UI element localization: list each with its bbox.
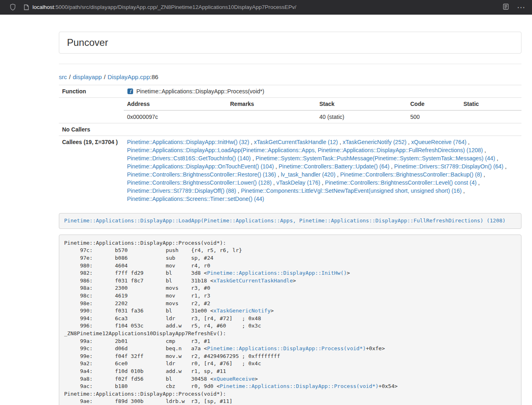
symbol-info-table: Function f Pinetime::Applications::Displ… [59,85,521,205]
callee-link[interactable]: xQueueReceive (764) [411,139,466,145]
callee-link[interactable]: Pinetime::Applications::DisplayApp::Load… [127,147,483,153]
asm-symbol-link[interactable]: Pinetime::Applications::DisplayApp::Proc… [220,383,379,389]
callee-separator: , [495,155,498,162]
callee-separator: , [407,139,411,145]
stats-code: 500 [407,110,460,123]
stats-header-address: Address [124,98,227,110]
callee-link[interactable]: Pinetime::Drivers::St7789::DisplayOn() (… [394,163,503,170]
callee-link[interactable]: Pinetime::Controllers::BrightnessControl… [325,179,476,186]
callee-separator: , [236,187,241,194]
breadcrumb-link-file[interactable]: DisplayApp.cpp [108,73,150,80]
callee-link[interactable]: Pinetime::Components::LittleVgl::SetNewT… [241,187,462,194]
asm-symbol-link[interactable]: xTaskGetCurrentTaskHandle [213,278,293,284]
stats-header-row: Address Remarks Stack Code Static [124,98,521,110]
stats-table: Address Remarks Stack Code Static 0x0000… [124,98,521,123]
callee-link[interactable]: Pinetime::Drivers::St7789::DisplayOff() … [127,187,236,194]
tracking-protection-shield-icon[interactable] [10,4,16,11]
callee-separator: , [476,179,480,186]
callee-link[interactable]: xTaskGenericNotify (252) [342,139,406,145]
stats-address: 0x0000097c [124,110,227,123]
callee-link[interactable]: Pinetime::Applications::DisplayApp::OnTo… [127,163,274,170]
function-name: Pinetime::Applications::DisplayApp::Proc… [136,87,264,95]
callee-link[interactable]: Pinetime::Controllers::BrightnessControl… [340,171,482,178]
url-path: :5000/path/src/displayapp/DisplayApp.cpp… [54,4,296,10]
breadcrumb-link-src[interactable]: src [59,73,67,80]
callee-link[interactable]: Pinetime::Drivers::Cst816S::GetTouchInfo… [127,155,251,162]
stats-remarks [227,110,316,123]
function-row-label: Function [59,85,124,98]
callee-separator: , [338,139,343,145]
callee-separator: , [462,187,465,194]
stats-static [460,110,521,123]
page-container: Puncover src/displayapp/DisplayApp.cpp:8… [59,32,521,405]
callee-separator: , [466,139,470,145]
disassembly-code: Pinetime::Applications::DisplayApp::Proc… [64,240,398,405]
asm-symbol-link[interactable]: xTaskGenericNotify [213,308,271,314]
callees-row-label: Callees (19, Σ=3704 ) [59,136,124,205]
callee-separator: , [336,171,340,178]
asm-symbol-link[interactable]: Pinetime::Applications::DisplayApp::Proc… [207,345,366,351]
callee-separator: , [274,163,279,170]
stats-header-remarks: Remarks [227,98,316,110]
table-row-stats: Address Remarks Stack Code Static 0x0000… [59,98,521,123]
stats-header-static: Static [460,98,521,110]
callee-separator: , [320,179,325,186]
browser-chrome: localhost:5000/path/src/displayapp/Displ… [0,0,532,15]
stats-stack: 40 (static) [316,110,407,123]
callee-separator: , [483,147,486,153]
highlighted-symbol-box: Pinetime::Applications::DisplayApp::Load… [59,213,521,229]
highlighted-symbol-link[interactable]: Pinetime::Applications::DisplayApp::Load… [64,218,506,224]
callee-separator: , [271,179,276,186]
page-title: Puncover [67,37,513,48]
callee-link[interactable]: Pinetime::Controllers::Battery::Update()… [279,163,390,170]
url-host: localhost [32,4,54,10]
stats-header-stack: Stack [316,98,407,110]
breadcrumb-line-number: :86 [150,73,158,80]
callee-link[interactable]: xTaskGetCurrentTaskHandle (12) [254,139,338,145]
callee-link[interactable]: Pinetime::Controllers::BrightnessControl… [127,171,276,178]
stats-header-code: Code [407,98,460,110]
stats-value-row: 0x0000097c 40 (static) 500 [124,110,521,123]
asm-symbol-link[interactable]: xQueueReceive [213,376,255,382]
breadcrumb-separator: / [104,73,106,80]
table-row-callers: No Callers [59,123,521,136]
asm-symbol-link[interactable]: Pinetime::Applications::DisplayApp::Init… [207,270,347,276]
callee-link[interactable]: lv_task_handler (420) [281,171,336,178]
reader-mode-icon[interactable] [503,4,509,11]
callee-separator: , [390,163,394,170]
breadcrumb: src/displayapp/DisplayApp.cpp:86 [59,73,521,80]
callee-link[interactable]: vTaskDelay (176) [276,179,320,186]
overflow-menu-icon[interactable]: ⋯ [516,3,526,11]
callee-separator: , [276,171,281,178]
app-header-panel: Puncover [59,32,521,54]
page-info-icon[interactable] [24,4,29,10]
callee-link[interactable]: Pinetime::Controllers::BrightnessControl… [127,179,271,186]
callee-separator: , [251,155,256,162]
callees-list: Pinetime::Applications::DisplayApp::Init… [124,136,521,205]
callee-link[interactable]: Pinetime::Applications::Screens::Timer::… [127,196,264,202]
divider [59,64,521,64]
callee-link[interactable]: Pinetime::Applications::DisplayApp::Init… [127,139,249,145]
disassembly: Pinetime::Applications::DisplayApp::Proc… [59,235,521,405]
table-row-function: Function f Pinetime::Applications::Displ… [59,85,521,98]
callee-separator: , [249,139,254,145]
callee-link[interactable]: Pinetime::System::SystemTask::PushMessag… [256,155,495,162]
callers-row-label: No Callers [59,123,124,136]
url-bar[interactable]: localhost:5000/path/src/displayapp/Displ… [24,4,503,10]
table-row-callees: Callees (19, Σ=3704 ) Pinetime::Applicat… [59,136,521,205]
breadcrumb-separator: / [69,73,71,80]
breadcrumb-link-displayapp[interactable]: displayapp [73,73,102,80]
callee-separator: , [504,163,507,170]
callee-separator: , [482,171,485,178]
function-type-icon: f [127,88,134,95]
